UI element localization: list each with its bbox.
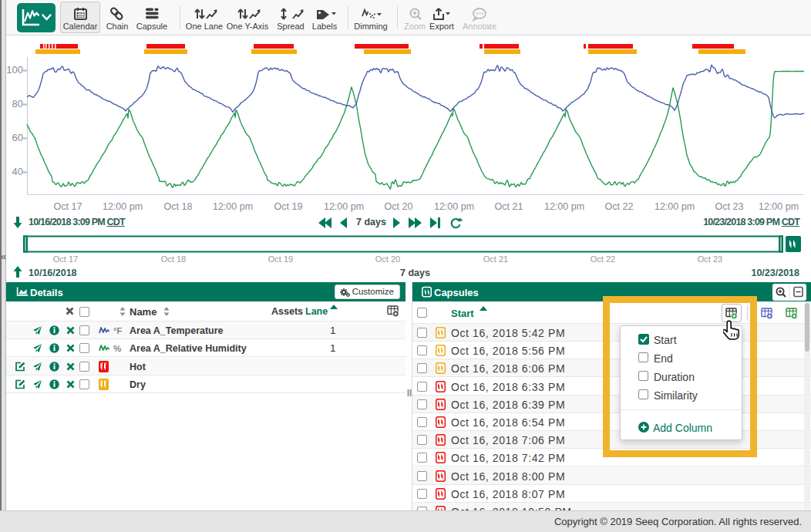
svg-text:Oct 17: Oct 17 xyxy=(53,254,78,264)
svg-text:Oct 19: Oct 19 xyxy=(268,254,293,264)
svg-text:Oct 20: Oct 20 xyxy=(385,201,413,212)
svg-text:12:00 pm: 12:00 pm xyxy=(434,201,474,212)
svg-text:Oct 22: Oct 22 xyxy=(591,254,615,264)
svg-text:12:00 pm: 12:00 pm xyxy=(544,201,584,212)
svg-text:60: 60 xyxy=(12,132,23,143)
svg-text:40: 40 xyxy=(12,166,23,177)
svg-text:Oct 22: Oct 22 xyxy=(605,201,634,212)
svg-text:Oct 23: Oct 23 xyxy=(715,201,744,212)
svg-text:Oct 17: Oct 17 xyxy=(54,201,82,212)
svg-text:Oct 21: Oct 21 xyxy=(483,254,508,264)
svg-text:Oct 20: Oct 20 xyxy=(375,254,400,264)
svg-text:12:00 pm: 12:00 pm xyxy=(103,201,143,212)
svg-text:80: 80 xyxy=(12,98,23,109)
svg-text:Oct 19: Oct 19 xyxy=(274,201,303,212)
svg-text:12:00 pm: 12:00 pm xyxy=(759,201,799,212)
svg-text:Oct 21: Oct 21 xyxy=(495,201,523,212)
svg-text:Oct 18: Oct 18 xyxy=(164,201,193,212)
svg-text:100: 100 xyxy=(6,64,23,76)
svg-text:Oct 23: Oct 23 xyxy=(698,254,722,264)
svg-text:12:00 pm: 12:00 pm xyxy=(324,201,364,212)
svg-text:12:00 pm: 12:00 pm xyxy=(655,201,695,212)
svg-text:Oct 18: Oct 18 xyxy=(161,254,186,264)
svg-text:12:00 pm: 12:00 pm xyxy=(213,201,253,212)
